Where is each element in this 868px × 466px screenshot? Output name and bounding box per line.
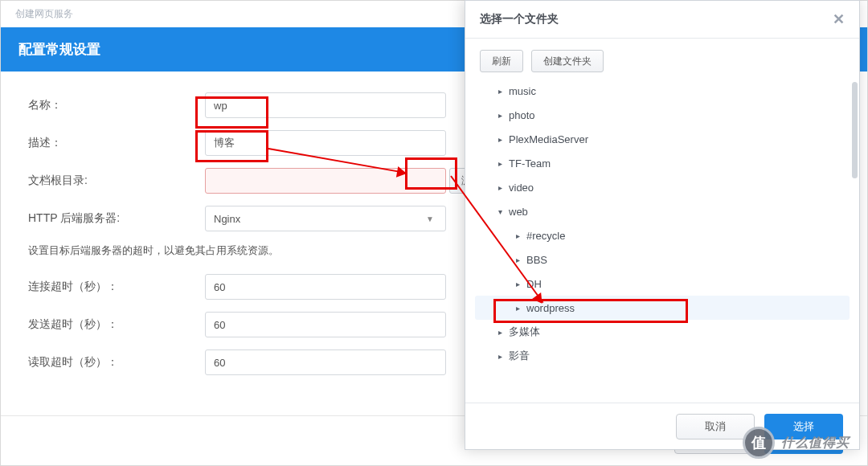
tree-item-label: video bbox=[509, 182, 534, 194]
backend-select[interactable]: Nginx ▼ bbox=[205, 206, 446, 231]
desc-label: 描述： bbox=[28, 136, 205, 150]
tree-item-label: 多媒体 bbox=[509, 325, 540, 339]
tree-item-label: TF-Team bbox=[509, 157, 551, 170]
chevron-right-icon[interactable]: ▸ bbox=[496, 159, 504, 168]
folder-tree[interactable]: ▸music▸photo▸PlexMediaServer▸TF-Team▸vid… bbox=[465, 77, 859, 395]
tree-item-label: web bbox=[509, 206, 528, 218]
folder-dialog: 选择一个文件夹 ✕ 刷新 创建文件夹 ▸music▸photo▸PlexMedi… bbox=[465, 0, 860, 450]
tree-item[interactable]: ▸music bbox=[475, 79, 850, 103]
docroot-input[interactable] bbox=[205, 168, 446, 194]
tree-item-label: 影音 bbox=[509, 349, 530, 363]
read-timeout-label: 读取超时（秒）： bbox=[28, 355, 205, 370]
chevron-right-icon[interactable]: ▸ bbox=[496, 183, 504, 192]
tree-item[interactable]: ▸PlexMediaServer bbox=[475, 127, 850, 151]
tree-item-label: PlexMediaServer bbox=[509, 133, 588, 145]
tree-item-label: music bbox=[509, 85, 536, 97]
tree-item[interactable]: ▸photo bbox=[475, 103, 850, 127]
refresh-button[interactable]: 刷新 bbox=[480, 50, 523, 72]
watermark-icon: 值 bbox=[743, 427, 775, 459]
send-timeout-label: 发送超时（秒）： bbox=[28, 317, 205, 332]
tree-item[interactable]: ▸wordpress bbox=[475, 296, 850, 320]
tree-item-label: #recycle bbox=[526, 230, 565, 242]
read-timeout-input[interactable] bbox=[205, 350, 446, 375]
scrollbar-thumb[interactable] bbox=[852, 82, 858, 178]
chevron-right-icon[interactable]: ▸ bbox=[496, 352, 504, 361]
chevron-right-icon[interactable]: ▸ bbox=[514, 304, 522, 313]
chevron-right-icon[interactable]: ▸ bbox=[496, 135, 504, 144]
name-input[interactable] bbox=[205, 92, 446, 118]
backend-value: Nginx bbox=[214, 213, 240, 225]
tree-item-label: photo bbox=[509, 109, 535, 121]
conn-timeout-input[interactable] bbox=[205, 274, 446, 300]
close-icon[interactable]: ✕ bbox=[833, 10, 845, 28]
tree-item[interactable]: ▸DH bbox=[475, 272, 850, 296]
send-timeout-input[interactable] bbox=[205, 312, 446, 337]
tree-item[interactable]: ▸BBS bbox=[475, 247, 850, 272]
watermark-text: 什么值得买 bbox=[781, 435, 850, 452]
watermark: 值 什么值得买 bbox=[743, 424, 863, 461]
dialog-toolbar: 刷新 创建文件夹 bbox=[465, 39, 859, 77]
chevron-right-icon[interactable]: ▸ bbox=[514, 231, 522, 240]
chevron-right-icon[interactable]: ▸ bbox=[496, 87, 504, 96]
chevron-right-icon[interactable]: ▸ bbox=[514, 280, 522, 288]
chevron-right-icon[interactable]: ▸ bbox=[496, 111, 504, 120]
chevron-down-icon: ▼ bbox=[426, 215, 437, 223]
tree-item-label: BBS bbox=[526, 254, 547, 266]
tree-item[interactable]: ▸video bbox=[475, 175, 850, 199]
tree-item[interactable]: ▸TF-Team bbox=[475, 151, 850, 175]
name-label: 名称： bbox=[28, 98, 205, 112]
chevron-right-icon[interactable]: ▸ bbox=[496, 328, 504, 337]
backend-label: HTTP 后端服务器: bbox=[28, 211, 205, 226]
tree-item-label: wordpress bbox=[526, 302, 575, 314]
new-folder-button[interactable]: 创建文件夹 bbox=[531, 50, 604, 72]
tree-item[interactable]: ▸多媒体 bbox=[475, 320, 850, 344]
dialog-title: 选择一个文件夹 bbox=[480, 12, 559, 27]
docroot-label: 文档根目录: bbox=[28, 174, 205, 188]
chevron-down-icon[interactable]: ▾ bbox=[496, 207, 504, 216]
tree-item-label: DH bbox=[526, 278, 542, 290]
chevron-right-icon[interactable]: ▸ bbox=[514, 255, 522, 264]
tree-item[interactable]: ▸#recycle bbox=[475, 223, 850, 247]
tree-item[interactable]: ▾web bbox=[475, 199, 850, 223]
desc-input[interactable] bbox=[205, 130, 446, 156]
tree-item[interactable]: ▸影音 bbox=[475, 344, 850, 368]
conn-timeout-label: 连接超时（秒）： bbox=[28, 280, 205, 294]
